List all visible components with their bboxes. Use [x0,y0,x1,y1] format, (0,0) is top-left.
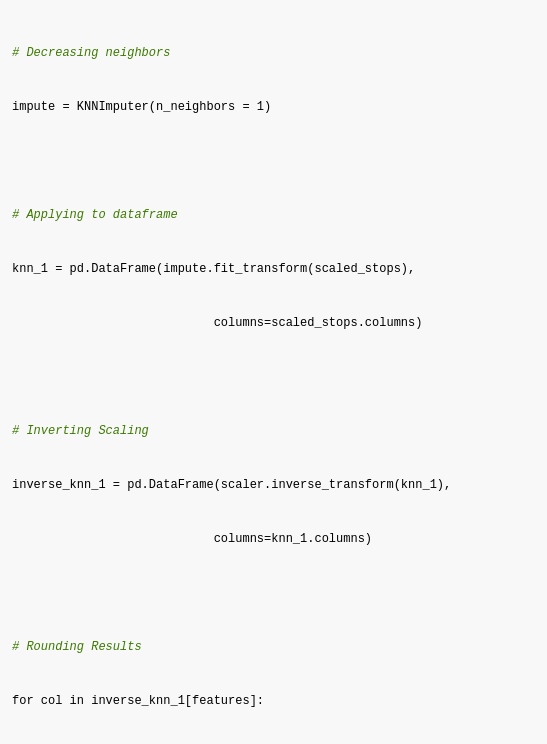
code-line-6: columns=scaled_stops.columns) [12,314,535,332]
code-line-12: # Rounding Results [12,638,535,656]
code-block: # Decreasing neighbors impute = KNNImput… [0,0,547,744]
code-line-2: impute = KNNImputer(n_neighbors = 1) [12,98,535,116]
code-line-10: columns=knn_1.columns) [12,530,535,548]
code-line-4: # Applying to dataframe [12,206,535,224]
code-line-3 [12,152,535,170]
code-line-5: knn_1 = pd.DataFrame(impute.fit_transfor… [12,260,535,278]
code-line-11 [12,584,535,602]
code-line-8: # Inverting Scaling [12,422,535,440]
code-line-9: inverse_knn_1 = pd.DataFrame(scaler.inve… [12,476,535,494]
code-line-13: for col in inverse_knn_1[features]: [12,692,535,710]
code-line-1: # Decreasing neighbors [12,44,535,62]
code-line-7 [12,368,535,386]
